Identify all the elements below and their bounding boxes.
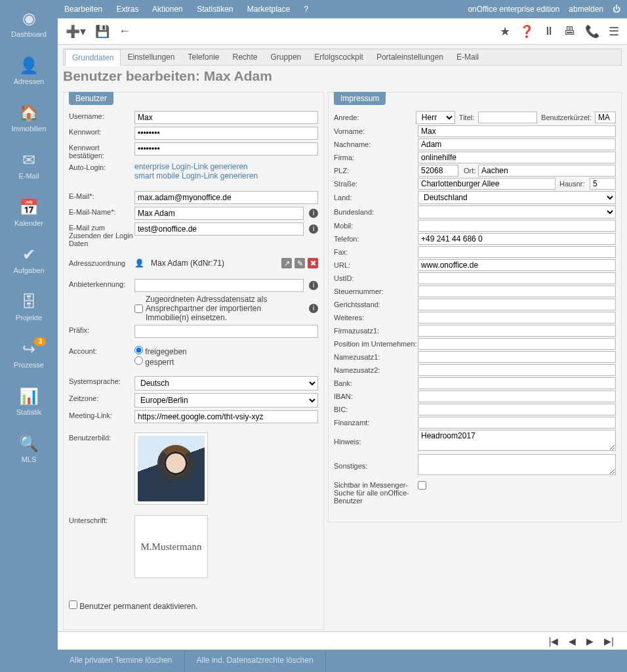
firmazusatz1-input[interactable] xyxy=(418,325,616,337)
logout-link[interactable]: abmelden xyxy=(569,5,603,14)
menu-help[interactable]: ? xyxy=(304,5,309,14)
kurzel-input[interactable] xyxy=(595,112,616,123)
last-icon[interactable]: ▶| xyxy=(604,636,614,646)
prev-icon[interactable]: ◀ xyxy=(569,636,576,646)
save-icon[interactable]: 💾 xyxy=(95,24,110,39)
edition-label: onOffice enterprise edition xyxy=(468,5,559,14)
firma-input[interactable] xyxy=(418,152,616,163)
use-address-checkbox[interactable] xyxy=(134,304,143,313)
pause-icon[interactable]: ⏸ xyxy=(543,24,555,38)
toolbar: ➕▾ 💾 ← ★ ❓ ⏸ 🖶 📞 ☰ xyxy=(58,18,627,45)
star-icon[interactable]: ★ xyxy=(500,24,510,39)
password-input[interactable] xyxy=(134,127,318,140)
iban-input[interactable] xyxy=(418,390,616,402)
user-image[interactable] xyxy=(134,432,208,505)
tab-telefonie[interactable]: Telefonie xyxy=(181,49,226,65)
enterprise-login-link[interactable]: enterprise Login-Link generieren xyxy=(134,162,318,171)
namezusatz1-input[interactable] xyxy=(418,351,616,363)
tab-erfolgscockpit[interactable]: Erfolgscockpit xyxy=(308,49,370,65)
account-freigegeben-radio[interactable] xyxy=(134,346,143,354)
titel-input[interactable] xyxy=(478,112,537,123)
gerichtsstand-input[interactable] xyxy=(418,299,616,310)
sidebar-item-mls[interactable]: 🔍MLS xyxy=(0,425,58,472)
plz-input[interactable] xyxy=(418,165,458,177)
sonstiges-textarea[interactable] xyxy=(418,454,616,475)
ustid-input[interactable] xyxy=(418,272,616,284)
finanzamt-input[interactable] xyxy=(418,417,616,429)
anbieterkennung-input[interactable] xyxy=(134,279,304,292)
menu-marketplace[interactable]: Marketplace xyxy=(247,5,290,14)
systemsprache-select[interactable]: Deutsch xyxy=(134,376,318,390)
namezusatz2-input[interactable] xyxy=(418,364,616,376)
sidebar-item-statistik[interactable]: 📊Statistik xyxy=(0,378,58,425)
menu-bearbeiten[interactable]: Bearbeiten xyxy=(64,5,102,14)
sidebar-item-kalender[interactable]: 📅Kalender xyxy=(0,189,58,236)
menu-icon[interactable]: ☰ xyxy=(609,24,619,39)
bic-input[interactable] xyxy=(418,404,616,415)
sidebar-item-immobilien[interactable]: 🏠Immobilien xyxy=(0,94,58,142)
steuernummer-input[interactable] xyxy=(418,285,616,297)
sidebar-item-dashboard[interactable]: ◉Dashboard xyxy=(0,0,58,47)
messenger-visible-checkbox[interactable] xyxy=(418,481,426,490)
tab-gruppen[interactable]: Gruppen xyxy=(264,49,308,65)
land-select[interactable]: Deutschland xyxy=(418,191,616,204)
strasse-input[interactable] xyxy=(418,178,556,190)
info-icon[interactable]: i xyxy=(309,209,318,218)
weiteres-input[interactable] xyxy=(418,312,616,324)
bank-input[interactable] xyxy=(418,377,616,389)
anrede-select[interactable]: Herr xyxy=(416,111,455,124)
tab-email[interactable]: E-Mail xyxy=(450,49,485,65)
next-icon[interactable]: ▶ xyxy=(586,636,594,646)
hausnr-input[interactable] xyxy=(590,178,616,190)
hinweis-textarea[interactable]: Headroom2017 xyxy=(418,430,616,451)
info-icon[interactable]: i xyxy=(309,304,318,313)
vorname-input[interactable] xyxy=(418,125,616,137)
delete-datensatzrechte-button[interactable]: Alle ind. Datensatzrechte löschen xyxy=(185,650,326,672)
phone-icon[interactable]: 📞 xyxy=(585,24,599,39)
add-icon[interactable]: ➕▾ xyxy=(66,24,86,39)
username-input[interactable] xyxy=(134,111,318,124)
nachname-input[interactable] xyxy=(418,138,616,150)
prefix-input[interactable] xyxy=(134,325,318,338)
tab-portaleinstellungen[interactable]: Portaleinstellungen xyxy=(370,49,450,65)
back-icon[interactable]: ← xyxy=(119,24,131,38)
sidebar-item-aufgaben[interactable]: ✔Aufgaben xyxy=(0,236,58,284)
position-input[interactable] xyxy=(418,338,616,350)
zeitzone-select[interactable]: Europe/Berlin xyxy=(134,393,318,408)
email-input[interactable] xyxy=(134,191,318,204)
email-login-input[interactable] xyxy=(134,222,304,236)
signature-image[interactable]: M.Mustermann xyxy=(134,515,208,578)
power-icon[interactable]: ⏻ xyxy=(613,5,620,14)
sidebar-item-prozesse[interactable]: ↪3Prozesse xyxy=(0,331,58,378)
first-icon[interactable]: |◀ xyxy=(549,636,559,646)
tab-einstellungen[interactable]: Einstellungen xyxy=(121,49,181,65)
menu-extras[interactable]: Extras xyxy=(116,5,138,14)
delete-private-termine-button[interactable]: Alle privaten Termine löschen xyxy=(58,650,185,672)
email-name-input[interactable] xyxy=(134,207,304,220)
unlink-icon[interactable]: ✖ xyxy=(308,258,318,268)
sidebar-item-email[interactable]: ✉E-Mail xyxy=(0,142,58,189)
menu-statistiken[interactable]: Statistiken xyxy=(197,5,233,14)
tab-rechte[interactable]: Rechte xyxy=(226,49,264,65)
info-icon[interactable]: i xyxy=(309,224,318,234)
menu-aktionen[interactable]: Aktionen xyxy=(152,5,183,14)
tab-grunddaten[interactable]: Grunddaten xyxy=(65,49,121,66)
bundesland-select[interactable] xyxy=(418,205,616,219)
sidebar-item-adressen[interactable]: 👤Adressen xyxy=(0,47,58,94)
mobil-input[interactable] xyxy=(418,220,616,232)
open-icon[interactable]: ↗ xyxy=(281,258,292,268)
meeting-link-input[interactable] xyxy=(134,410,318,423)
edit-icon[interactable]: ✎ xyxy=(294,258,305,268)
print-icon[interactable]: 🖶 xyxy=(564,24,576,38)
sidebar-item-projekte[interactable]: 🗄Projekte xyxy=(0,284,58,331)
password-confirm-input[interactable] xyxy=(134,142,318,156)
info-icon[interactable]: i xyxy=(309,281,318,290)
mobile-login-link[interactable]: smart mobile Login-Link generieren xyxy=(134,171,318,180)
telefon-input[interactable] xyxy=(418,233,616,245)
account-gesperrt-radio[interactable] xyxy=(134,356,143,365)
fax-input[interactable] xyxy=(418,246,616,258)
url-input[interactable] xyxy=(418,259,616,271)
help-icon[interactable]: ❓ xyxy=(519,24,534,39)
deactivate-user-checkbox[interactable] xyxy=(69,600,77,609)
ort-input[interactable] xyxy=(478,165,616,177)
